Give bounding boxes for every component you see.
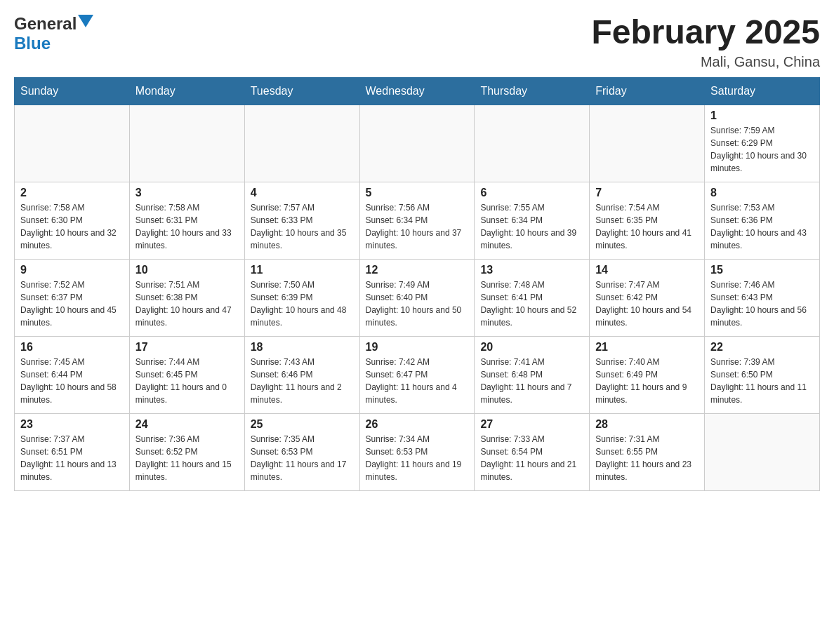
calendar-cell: 5Sunrise: 7:56 AMSunset: 6:34 PMDaylight… <box>359 182 475 259</box>
calendar-cell <box>705 413 820 490</box>
day-number: 5 <box>366 187 469 199</box>
day-number: 23 <box>20 418 124 431</box>
calendar-week-row: 23Sunrise: 7:37 AMSunset: 6:51 PMDayligh… <box>15 413 820 490</box>
calendar-cell <box>475 105 590 182</box>
calendar-week-row: 16Sunrise: 7:45 AMSunset: 6:44 PMDayligh… <box>15 336 820 413</box>
calendar-cell: 18Sunrise: 7:43 AMSunset: 6:46 PMDayligh… <box>244 336 359 413</box>
calendar-cell: 7Sunrise: 7:54 AMSunset: 6:35 PMDaylight… <box>590 182 705 259</box>
day-info: Sunrise: 7:47 AMSunset: 6:42 PMDaylight:… <box>595 279 699 329</box>
calendar-cell <box>15 105 130 182</box>
calendar-cell: 13Sunrise: 7:48 AMSunset: 6:41 PMDayligh… <box>475 259 590 336</box>
day-info: Sunrise: 7:58 AMSunset: 6:31 PMDaylight:… <box>135 201 239 252</box>
calendar-cell: 8Sunrise: 7:53 AMSunset: 6:36 PMDaylight… <box>705 182 820 259</box>
day-number: 21 <box>595 341 699 354</box>
calendar-header: SundayMondayTuesdayWednesdayThursdayFrid… <box>15 77 820 105</box>
calendar-cell: 10Sunrise: 7:51 AMSunset: 6:38 PMDayligh… <box>129 259 244 336</box>
calendar-cell: 2Sunrise: 7:58 AMSunset: 6:30 PMDaylight… <box>15 182 130 259</box>
day-info: Sunrise: 7:39 AMSunset: 6:50 PMDaylight:… <box>710 356 814 406</box>
calendar-cell: 25Sunrise: 7:35 AMSunset: 6:53 PMDayligh… <box>244 413 359 490</box>
day-number: 3 <box>135 187 239 199</box>
day-number: 8 <box>710 187 814 199</box>
day-number: 13 <box>480 264 583 276</box>
day-number: 1 <box>710 109 814 122</box>
day-number: 4 <box>251 187 354 199</box>
calendar-cell: 14Sunrise: 7:47 AMSunset: 6:42 PMDayligh… <box>590 259 705 336</box>
day-number: 2 <box>20 187 124 199</box>
weekday-header-thursday: Thursday <box>475 77 590 105</box>
day-info: Sunrise: 7:59 AMSunset: 6:29 PMDaylight:… <box>710 124 814 175</box>
day-info: Sunrise: 7:36 AMSunset: 6:52 PMDaylight:… <box>135 433 239 483</box>
calendar-cell: 28Sunrise: 7:31 AMSunset: 6:55 PMDayligh… <box>590 413 705 490</box>
day-info: Sunrise: 7:35 AMSunset: 6:53 PMDaylight:… <box>251 433 354 483</box>
day-number: 19 <box>366 341 469 354</box>
logo: General Blue <box>14 14 93 53</box>
day-info: Sunrise: 7:57 AMSunset: 6:33 PMDaylight:… <box>251 201 354 252</box>
day-number: 26 <box>366 418 469 431</box>
title-section: February 2025 Mali, Gansu, China <box>591 14 820 70</box>
day-info: Sunrise: 7:56 AMSunset: 6:34 PMDaylight:… <box>366 201 469 252</box>
day-info: Sunrise: 7:40 AMSunset: 6:49 PMDaylight:… <box>595 356 699 406</box>
calendar-title: February 2025 <box>591 14 820 51</box>
day-number: 12 <box>366 264 469 276</box>
calendar-cell: 9Sunrise: 7:52 AMSunset: 6:37 PMDaylight… <box>15 259 130 336</box>
calendar-cell: 1Sunrise: 7:59 AMSunset: 6:29 PMDaylight… <box>705 105 820 182</box>
calendar-cell: 22Sunrise: 7:39 AMSunset: 6:50 PMDayligh… <box>705 336 820 413</box>
calendar-subtitle: Mali, Gansu, China <box>591 54 820 70</box>
svg-marker-0 <box>78 15 93 27</box>
logo-general-text: General <box>14 14 77 34</box>
calendar-cell: 24Sunrise: 7:36 AMSunset: 6:52 PMDayligh… <box>129 413 244 490</box>
calendar-week-row: 9Sunrise: 7:52 AMSunset: 6:37 PMDaylight… <box>15 259 820 336</box>
calendar-cell: 17Sunrise: 7:44 AMSunset: 6:45 PMDayligh… <box>129 336 244 413</box>
calendar-cell: 21Sunrise: 7:40 AMSunset: 6:49 PMDayligh… <box>590 336 705 413</box>
day-info: Sunrise: 7:42 AMSunset: 6:47 PMDaylight:… <box>366 356 469 406</box>
day-info: Sunrise: 7:52 AMSunset: 6:37 PMDaylight:… <box>20 279 124 329</box>
calendar-cell: 16Sunrise: 7:45 AMSunset: 6:44 PMDayligh… <box>15 336 130 413</box>
day-info: Sunrise: 7:53 AMSunset: 6:36 PMDaylight:… <box>710 201 814 252</box>
day-info: Sunrise: 7:43 AMSunset: 6:46 PMDaylight:… <box>251 356 354 406</box>
day-info: Sunrise: 7:46 AMSunset: 6:43 PMDaylight:… <box>710 279 814 329</box>
day-number: 9 <box>20 264 124 276</box>
calendar-table: SundayMondayTuesdayWednesdayThursdayFrid… <box>14 77 820 491</box>
calendar-cell: 6Sunrise: 7:55 AMSunset: 6:34 PMDaylight… <box>475 182 590 259</box>
day-number: 22 <box>710 341 814 354</box>
logo-arrow-icon <box>78 15 93 30</box>
day-number: 27 <box>480 418 583 431</box>
day-info: Sunrise: 7:45 AMSunset: 6:44 PMDaylight:… <box>20 356 124 406</box>
day-number: 24 <box>135 418 239 431</box>
weekday-header-tuesday: Tuesday <box>244 77 359 105</box>
calendar-cell: 11Sunrise: 7:50 AMSunset: 6:39 PMDayligh… <box>244 259 359 336</box>
day-number: 25 <box>251 418 354 431</box>
day-number: 20 <box>480 341 583 354</box>
calendar-body: 1Sunrise: 7:59 AMSunset: 6:29 PMDaylight… <box>15 105 820 490</box>
day-info: Sunrise: 7:34 AMSunset: 6:53 PMDaylight:… <box>366 433 469 483</box>
day-number: 18 <box>251 341 354 354</box>
page-header: General Blue February 2025 Mali, Gansu, … <box>14 14 820 70</box>
calendar-cell: 26Sunrise: 7:34 AMSunset: 6:53 PMDayligh… <box>359 413 475 490</box>
calendar-cell: 19Sunrise: 7:42 AMSunset: 6:47 PMDayligh… <box>359 336 475 413</box>
day-info: Sunrise: 7:37 AMSunset: 6:51 PMDaylight:… <box>20 433 124 483</box>
day-info: Sunrise: 7:33 AMSunset: 6:54 PMDaylight:… <box>480 433 583 483</box>
calendar-cell <box>590 105 705 182</box>
calendar-cell: 20Sunrise: 7:41 AMSunset: 6:48 PMDayligh… <box>475 336 590 413</box>
day-number: 16 <box>20 341 124 354</box>
weekday-header-wednesday: Wednesday <box>359 77 475 105</box>
calendar-cell: 27Sunrise: 7:33 AMSunset: 6:54 PMDayligh… <box>475 413 590 490</box>
day-number: 7 <box>595 187 699 199</box>
day-info: Sunrise: 7:50 AMSunset: 6:39 PMDaylight:… <box>251 279 354 329</box>
calendar-cell <box>359 105 475 182</box>
day-number: 14 <box>595 264 699 276</box>
day-number: 10 <box>135 264 239 276</box>
weekday-header-friday: Friday <box>590 77 705 105</box>
calendar-cell: 15Sunrise: 7:46 AMSunset: 6:43 PMDayligh… <box>705 259 820 336</box>
calendar-cell <box>244 105 359 182</box>
day-info: Sunrise: 7:54 AMSunset: 6:35 PMDaylight:… <box>595 201 699 252</box>
day-number: 6 <box>480 187 583 199</box>
day-info: Sunrise: 7:31 AMSunset: 6:55 PMDaylight:… <box>595 433 699 483</box>
day-info: Sunrise: 7:58 AMSunset: 6:30 PMDaylight:… <box>20 201 124 252</box>
weekday-header-row: SundayMondayTuesdayWednesdayThursdayFrid… <box>15 77 820 105</box>
day-info: Sunrise: 7:41 AMSunset: 6:48 PMDaylight:… <box>480 356 583 406</box>
calendar-cell: 12Sunrise: 7:49 AMSunset: 6:40 PMDayligh… <box>359 259 475 336</box>
day-info: Sunrise: 7:49 AMSunset: 6:40 PMDaylight:… <box>366 279 469 329</box>
day-info: Sunrise: 7:44 AMSunset: 6:45 PMDaylight:… <box>135 356 239 406</box>
calendar-cell <box>129 105 244 182</box>
